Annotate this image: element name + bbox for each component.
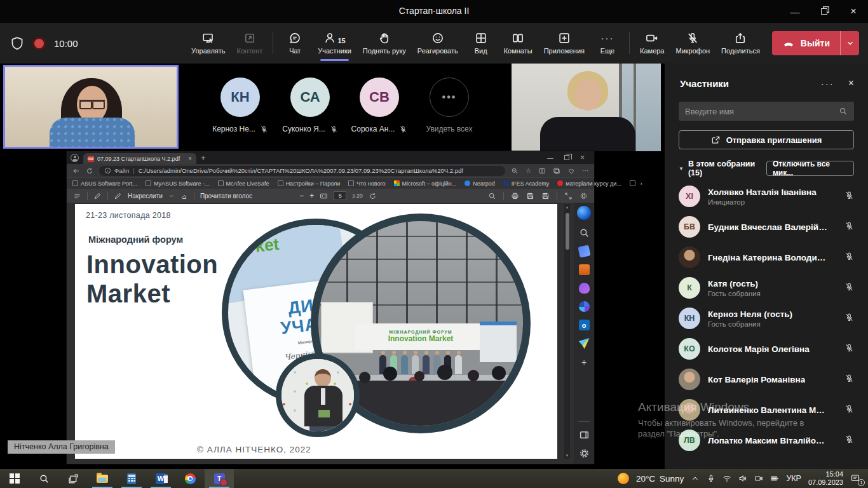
- volume-icon[interactable]: [738, 474, 747, 483]
- pdf-search-icon[interactable]: [488, 192, 496, 200]
- bookmark-item[interactable]: Microsoft – офіційн...: [394, 180, 457, 187]
- rooms-button[interactable]: Комнаты: [498, 23, 538, 64]
- participant-row[interactable]: ХІ Холявко Наталія ІванівнаИнициатор: [665, 181, 868, 212]
- browser-essentials-icon[interactable]: [567, 167, 575, 175]
- more-button[interactable]: ··· Еще: [590, 23, 625, 64]
- basket-icon[interactable]: [579, 264, 590, 275]
- browser-profile-icon[interactable]: [71, 154, 79, 162]
- participants-button[interactable]: 15 Участники: [312, 23, 357, 64]
- notifications-button[interactable]: 1: [850, 473, 863, 484]
- sidebar-search-icon[interactable]: [579, 227, 590, 238]
- close-button[interactable]: ×: [839, 0, 868, 23]
- mic-muted-icon[interactable]: [844, 191, 854, 203]
- send-invite-button[interactable]: Отправка приглашения: [679, 130, 854, 149]
- task-view-button[interactable]: [58, 469, 88, 488]
- print-icon[interactable]: [511, 192, 519, 200]
- scroll-down-icon[interactable]: ▼: [564, 454, 570, 458]
- mic-muted-icon[interactable]: [844, 343, 854, 355]
- sidebar-settings-gear-icon[interactable]: [579, 448, 590, 459]
- manage-button[interactable]: Управлять: [186, 23, 231, 64]
- bookmark-item[interactable]: McAfee LiveSafe: [218, 180, 269, 187]
- mic-muted-icon[interactable]: [844, 313, 854, 325]
- wifi-icon[interactable]: [722, 474, 731, 483]
- panel-close-icon[interactable]: ×: [848, 78, 854, 89]
- content-button[interactable]: Контент: [231, 23, 269, 64]
- browser-tab[interactable]: PDF 07.09.23 СтартапШкола Ч.2.pdf ×: [83, 153, 196, 164]
- copilot-bing-icon[interactable]: [577, 206, 591, 220]
- taskbar-clock[interactable]: 15:0407.09.2023: [808, 470, 843, 487]
- microphone-button[interactable]: Микрофон: [670, 23, 716, 64]
- participant-row[interactable]: КО Колоток Марія Олегівна: [665, 334, 868, 364]
- bookmark-item[interactable]: матеріали курсу ди...: [557, 180, 621, 187]
- hidden-icons-chevron-icon[interactable]: [691, 474, 700, 483]
- calculator-button[interactable]: [117, 469, 146, 488]
- eraser-icon[interactable]: [180, 192, 188, 200]
- scrollbar-thumb[interactable]: [566, 213, 569, 250]
- reading-mode-icon[interactable]: [538, 167, 546, 175]
- tab-close-icon[interactable]: ×: [188, 155, 192, 162]
- participant-row[interactable]: КН Керноз Неля (гость)Гость собрания: [665, 303, 868, 334]
- participant-row[interactable]: Кот Валерія Романівна: [665, 364, 868, 395]
- meet-camera-icon[interactable]: [754, 474, 763, 483]
- mic-muted-icon[interactable]: [844, 374, 854, 386]
- save-as-icon[interactable]: [541, 192, 550, 200]
- draw-pen-icon[interactable]: [114, 192, 122, 200]
- bookmark-item[interactable]: ASUS Software Port...: [72, 180, 137, 187]
- pdf-scrollbar[interactable]: ▲ ▼: [564, 204, 570, 459]
- zoom-in-button[interactable]: +: [309, 191, 314, 200]
- teams-button[interactable]: T: [205, 469, 234, 488]
- games-people-icon[interactable]: [579, 283, 590, 294]
- taskbar-search-button[interactable]: [29, 469, 58, 488]
- pinwheel-icon[interactable]: [579, 301, 590, 312]
- mic-muted-icon[interactable]: [844, 282, 854, 294]
- weather-widget[interactable]: 20°CSunny: [636, 474, 684, 484]
- leave-button[interactable]: Выйти: [772, 31, 840, 55]
- highlighter-icon[interactable]: [93, 192, 102, 200]
- info-icon[interactable]: i: [105, 168, 111, 173]
- mic-muted-icon[interactable]: [844, 252, 854, 264]
- paper-plane-icon[interactable]: [579, 338, 590, 349]
- mic-muted-icon[interactable]: [844, 435, 854, 447]
- draw-label[interactable]: Накреслити: [128, 193, 163, 200]
- address-field[interactable]: i Файл | C:/Users/admin/OneDrive/Робочий…: [99, 166, 505, 176]
- zoom-icon[interactable]: [511, 167, 519, 175]
- read-aloud-label[interactable]: Прочитати вголос: [200, 193, 252, 200]
- mic-muted-icon[interactable]: [844, 404, 854, 416]
- scroll-up-icon[interactable]: ▲: [564, 205, 570, 209]
- language-indicator[interactable]: УКР: [786, 474, 801, 483]
- rotate-icon[interactable]: [369, 192, 377, 200]
- participant-search-input[interactable]: Введите имя: [679, 102, 854, 121]
- mic-muted-icon[interactable]: [844, 221, 854, 233]
- react-button[interactable]: Реагировать: [412, 23, 464, 64]
- browser-close-button[interactable]: ×: [580, 153, 585, 162]
- share-button[interactable]: Поделиться: [715, 23, 766, 64]
- chat-button[interactable]: Чат: [278, 23, 312, 64]
- tray-mic-icon[interactable]: [707, 474, 715, 483]
- shopping-tag-icon[interactable]: [578, 245, 590, 257]
- chrome-button[interactable]: [175, 469, 205, 488]
- browser-more-icon[interactable]: ···: [582, 167, 588, 174]
- active-speaker-video-tile[interactable]: [3, 65, 179, 149]
- weather-sun-icon[interactable]: [618, 473, 629, 484]
- page-number-input[interactable]: 5: [334, 191, 346, 200]
- sidebar-add-icon[interactable]: +: [579, 356, 590, 367]
- camera-button[interactable]: Камера: [634, 23, 670, 64]
- bookmark-item[interactable]: Настройки – Пароли: [278, 180, 341, 187]
- participant-row[interactable]: Литвиненко Валентина Микола...: [665, 395, 868, 425]
- minimize-button[interactable]: —: [780, 0, 810, 23]
- pdf-settings-gear-icon[interactable]: [580, 192, 588, 200]
- browser-minimize-button[interactable]: —: [547, 154, 553, 161]
- apps-button[interactable]: Приложения: [538, 23, 590, 64]
- expand-icon[interactable]: [564, 192, 573, 200]
- participant-video-tile[interactable]: [512, 64, 661, 151]
- outlook-icon[interactable]: o: [579, 320, 590, 330]
- new-tab-button[interactable]: +: [201, 153, 206, 163]
- participant-row[interactable]: ЛВ Лопатко Максим Віталійович: [665, 425, 868, 456]
- panel-more-icon[interactable]: ···: [821, 78, 834, 89]
- leave-options-button[interactable]: [840, 31, 859, 55]
- start-button[interactable]: [0, 469, 29, 488]
- back-button[interactable]: [72, 167, 80, 175]
- favorite-star-icon[interactable]: ☆: [526, 167, 531, 174]
- bookmark-item[interactable]: IFES Academy: [503, 180, 550, 187]
- collections-icon[interactable]: [553, 167, 560, 175]
